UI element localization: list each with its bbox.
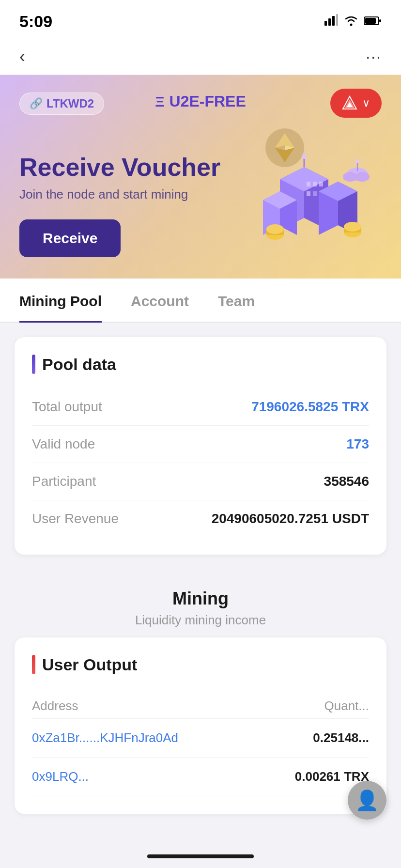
address-value-1: 0xZa1Br......KJHFnJra0Ad	[32, 730, 178, 745]
status-time: 5:09	[19, 12, 52, 31]
hero-illustration	[227, 119, 391, 274]
svg-rect-0	[324, 21, 327, 26]
hero-badge-text: LTKWD2	[46, 97, 94, 110]
hero-brand-name: U2E-FREE	[170, 93, 246, 110]
user-output-title: User Output	[32, 655, 369, 674]
svg-rect-2	[332, 16, 335, 26]
receive-button[interactable]: Receive	[19, 219, 121, 257]
tabs-container: Mining Pool Account Team	[0, 279, 401, 323]
svg-rect-20	[319, 182, 323, 186]
svg-rect-6	[365, 18, 376, 24]
user-revenue-value: 20490605020.7251 USDT	[212, 511, 369, 527]
svg-point-42	[355, 159, 359, 163]
svg-point-25	[302, 154, 307, 159]
pool-data-card: Pool data Total output 7196026.5825 TRX …	[15, 337, 386, 555]
link-icon: 🔗	[30, 97, 43, 110]
mining-title: Mining	[15, 589, 386, 609]
user-revenue-row: User Revenue 20490605020.7251 USDT	[32, 500, 369, 537]
table-row: 0x9LRQ... 0.00261 TRX	[32, 758, 369, 796]
floating-avatar[interactable]: 👤	[348, 781, 386, 820]
svg-rect-3	[336, 14, 338, 26]
user-revenue-label: User Revenue	[32, 511, 119, 527]
tab-mining-pool[interactable]: Mining Pool	[19, 279, 102, 323]
tron-button[interactable]: ∨	[330, 89, 382, 118]
participant-row: Participant 358546	[32, 463, 369, 500]
total-output-row: Total output 7196026.5825 TRX	[32, 388, 369, 426]
wifi-icon	[344, 14, 358, 29]
svg-point-40	[355, 172, 370, 182]
signal-icon	[324, 14, 338, 29]
address-column-header: Address	[32, 698, 78, 713]
mining-section: Mining Liquidity mining income	[15, 569, 386, 637]
table-row: 0xZa1Br......KJHFnJra0Ad 0.25148...	[32, 719, 369, 758]
svg-point-37	[344, 222, 361, 232]
battery-icon	[364, 14, 382, 29]
title-bar-accent	[32, 355, 35, 374]
tron-icon	[342, 95, 357, 111]
hero-brand: Ξ U2E-FREE	[155, 93, 246, 110]
valid-node-label: Valid node	[32, 436, 95, 452]
svg-rect-18	[307, 182, 310, 186]
table-header: Address Quant...	[32, 689, 369, 719]
address-value-2: 0x9LRQ...	[32, 769, 89, 784]
svg-rect-1	[328, 18, 331, 26]
home-indicator	[147, 854, 254, 858]
participant-label: Participant	[32, 474, 96, 489]
svg-point-34	[266, 224, 284, 234]
valid-node-value: 173	[346, 436, 369, 452]
back-button[interactable]: ‹	[19, 46, 25, 67]
svg-rect-7	[379, 19, 381, 22]
chevron-down-icon: ∨	[362, 97, 370, 109]
svg-rect-19	[313, 182, 317, 186]
tab-account[interactable]: Account	[131, 279, 189, 323]
more-button[interactable]: ···	[366, 48, 382, 66]
participant-value: 358546	[324, 474, 369, 489]
quantity-value-1: 0.25148...	[313, 730, 369, 745]
tab-team[interactable]: Team	[218, 279, 255, 323]
status-bar: 5:09	[0, 0, 401, 39]
hero-banner: 🔗 LTKWD2 Ξ U2E-FREE ∨ Receive Voucher Jo…	[0, 75, 401, 279]
quantity-column-header: Quant...	[324, 698, 370, 713]
ethereum-icon: Ξ	[155, 93, 164, 110]
svg-rect-22	[313, 191, 317, 196]
nav-bar: ‹ ···	[0, 39, 401, 75]
user-output-card: User Output Address Quant... 0xZa1Br....…	[15, 637, 386, 814]
status-icons	[324, 14, 382, 29]
hero-badge: 🔗 LTKWD2	[19, 93, 104, 115]
svg-rect-21	[307, 191, 310, 196]
mining-subtitle: Liquidity mining income	[15, 613, 386, 628]
valid-node-row: Valid node 173	[32, 426, 369, 463]
total-output-label: Total output	[32, 399, 102, 415]
quantity-value-2: 0.00261 TRX	[295, 769, 369, 784]
pool-data-title: Pool data	[32, 355, 369, 374]
svg-point-4	[350, 23, 353, 26]
avatar-icon: 👤	[355, 789, 379, 812]
content-area: Pool data Total output 7196026.5825 TRX …	[0, 323, 401, 843]
title-bar-accent-red	[32, 655, 35, 674]
total-output-value: 7196026.5825 TRX	[251, 399, 369, 415]
